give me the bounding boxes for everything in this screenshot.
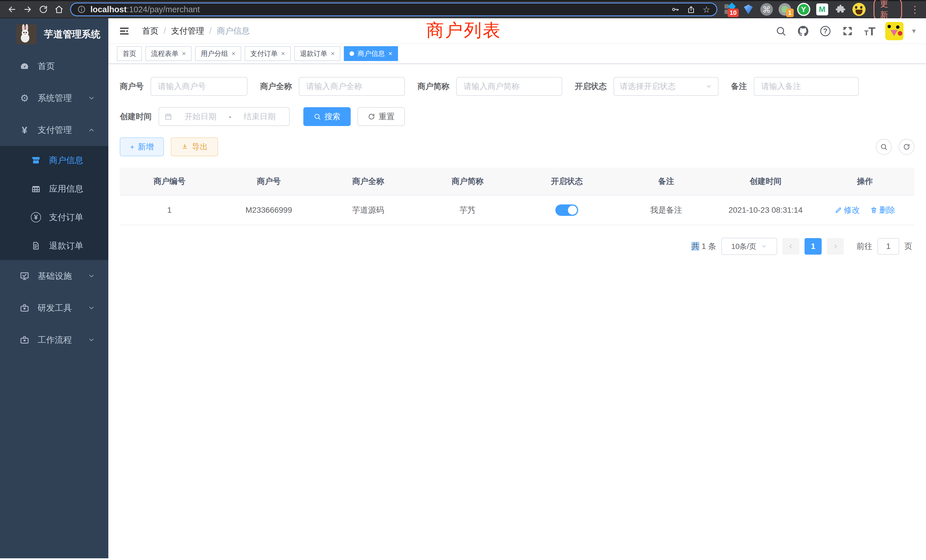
page-content: 商户号 商户全称 商户简称 开启状态 请选择开启状态	[108, 64, 926, 558]
active-tab-dot	[350, 51, 354, 56]
close-icon[interactable]	[182, 50, 186, 58]
user-avatar[interactable]	[885, 22, 903, 40]
sidebar-item-label: 工作流程	[38, 334, 88, 346]
field-label: 商户简称	[418, 81, 456, 92]
share-icon[interactable]	[687, 5, 695, 14]
sidebar-item-system[interactable]: 系统管理	[0, 82, 108, 114]
add-button[interactable]: 新增	[120, 138, 164, 156]
extension-command-icon[interactable]	[760, 3, 773, 16]
table-header-row: 商户编号 商户号 商户全称 商户简称 开启状态 备注 创建时间 操作	[120, 168, 915, 195]
prev-page-button[interactable]	[782, 238, 799, 254]
close-icon[interactable]	[232, 50, 236, 58]
tab-label: 流程表单	[151, 49, 179, 58]
refresh-icon	[368, 113, 375, 120]
status-select[interactable]: 请选择开启状态	[614, 77, 719, 96]
remark-input[interactable]	[754, 77, 859, 96]
merchant-no-input[interactable]	[151, 77, 247, 96]
sidebar-item-refund-order[interactable]: 退款订单	[0, 232, 108, 260]
site-info-icon[interactable]	[77, 5, 86, 14]
tab-refund-order[interactable]: 退款订单	[294, 46, 340, 61]
link-label: 修改	[844, 205, 860, 216]
github-icon[interactable]	[796, 24, 810, 38]
goto-page-input[interactable]	[878, 238, 899, 254]
refresh-table-button[interactable]	[899, 139, 915, 155]
total-prefix: 共	[691, 242, 699, 251]
bookmark-star-icon[interactable]	[703, 5, 710, 15]
breadcrumb-payment[interactable]: 支付管理	[171, 26, 204, 37]
extension-badge: 10	[728, 9, 738, 17]
sidebar-item-dev-tools[interactable]: 研发工具	[0, 292, 108, 324]
font-size-icon[interactable]	[863, 24, 877, 38]
chevron-down-icon	[705, 83, 712, 90]
reload-icon[interactable]	[35, 3, 51, 16]
tab-home[interactable]: 首页	[117, 46, 142, 61]
forward-icon[interactable]	[20, 3, 35, 16]
trash-icon	[870, 206, 878, 214]
tab-process-form[interactable]: 流程表单	[145, 46, 192, 61]
browser-profile-avatar[interactable]	[852, 3, 865, 16]
password-key-icon[interactable]	[671, 5, 679, 14]
red-annotation-text: 商户列表	[426, 18, 501, 42]
help-icon[interactable]	[819, 24, 832, 38]
browser-menu-icon[interactable]	[908, 4, 922, 15]
home-icon[interactable]	[51, 3, 67, 16]
breadcrumb: 首页 支付管理 商户信息	[142, 26, 250, 37]
address-bar[interactable]: localhost:1024/pay/merchant	[70, 3, 717, 16]
tab-pay-order[interactable]: 支付订单	[245, 46, 291, 61]
reset-button[interactable]: 重置	[357, 107, 405, 126]
date-separator: -	[228, 112, 231, 121]
search-button[interactable]: 搜索	[303, 107, 351, 126]
full-name-input[interactable]	[299, 77, 405, 96]
merchant-table: 商户编号 商户号 商户全称 商户简称 开启状态 备注 创建时间 操作 1 M23…	[120, 168, 915, 225]
extension-grid-icon[interactable]: 10	[723, 3, 736, 16]
edit-link[interactable]: 修改	[835, 205, 860, 216]
user-menu-caret-icon[interactable]	[912, 27, 916, 35]
field-label: 开启状态	[575, 81, 614, 92]
back-icon[interactable]	[4, 3, 20, 16]
status-toggle[interactable]	[555, 204, 578, 216]
pagination-total: 共 1 条	[691, 241, 716, 252]
tab-user-group[interactable]: 用户分组	[195, 46, 241, 61]
sidebar-item-payment[interactable]: 支付管理	[0, 114, 108, 146]
export-button[interactable]: 导出	[171, 138, 218, 156]
button-label: 搜索	[324, 111, 340, 122]
page-number-button[interactable]: 1	[805, 238, 822, 254]
app-header: 首页 支付管理 商户信息	[108, 18, 926, 44]
close-icon[interactable]	[281, 50, 285, 58]
extension-m-icon[interactable]: M	[816, 3, 829, 16]
table-toolbar: 新增 导出	[120, 138, 915, 156]
extension-y-icon[interactable]: Y	[797, 3, 810, 16]
sidebar-item-pay-order[interactable]: 支付订单	[0, 203, 108, 232]
page-suffix: 页	[904, 241, 912, 252]
next-page-button[interactable]	[827, 238, 844, 254]
extension-recorder-icon[interactable]: 1	[779, 3, 791, 16]
search-icon[interactable]	[774, 24, 788, 38]
date-range-picker[interactable]: 开始日期 - 结束日期	[159, 107, 290, 126]
column-header: 创建时间	[716, 176, 816, 187]
tab-label: 退款订单	[300, 49, 327, 58]
delete-link[interactable]: 删除	[870, 205, 895, 216]
extensions-puzzle-icon[interactable]	[834, 3, 847, 16]
app-logo[interactable]: 芋道管理系统	[0, 18, 108, 50]
extension-gem-icon[interactable]	[742, 3, 755, 16]
breadcrumb-home[interactable]: 首页	[142, 26, 159, 37]
page-size-select[interactable]: 10条/页	[721, 238, 777, 255]
sidebar-item-label: 退款订单	[49, 240, 95, 252]
tab-merchant-info[interactable]: 商户信息	[344, 46, 398, 61]
document-icon	[30, 241, 42, 250]
show-search-toggle-button[interactable]	[876, 139, 892, 155]
short-name-input[interactable]	[456, 77, 562, 96]
pagination: 共 1 条 10条/页 1 前往 页	[120, 238, 912, 255]
sidebar-item-home[interactable]: 首页	[0, 50, 108, 82]
sidebar-toggle-icon[interactable]	[119, 26, 130, 37]
sidebar-item-merchant-info[interactable]: 商户信息	[0, 146, 108, 174]
close-icon[interactable]	[388, 50, 392, 58]
fullscreen-icon[interactable]	[841, 24, 855, 38]
cell-create-time: 2021-10-23 08:31:14	[716, 206, 816, 215]
sidebar-item-infrastructure[interactable]: 基础设施	[0, 260, 108, 292]
close-icon[interactable]	[331, 50, 335, 58]
sidebar-item-workflow[interactable]: 工作流程	[0, 324, 108, 356]
sidebar-item-label: 支付订单	[49, 212, 95, 223]
cell-merchant-id: 1	[120, 206, 219, 215]
sidebar-item-app-info[interactable]: 应用信息	[0, 174, 108, 203]
